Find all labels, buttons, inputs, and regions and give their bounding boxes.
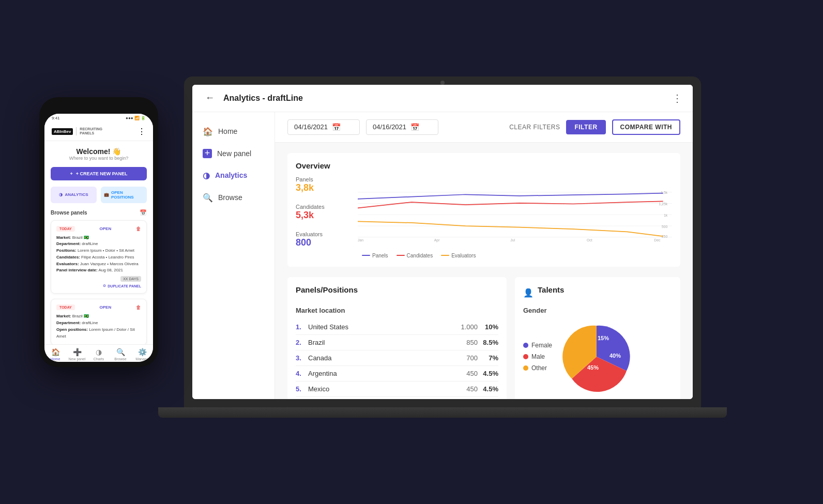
phone-welcome-title: Welcome! 👋 xyxy=(51,147,147,156)
stat-evaluators: Evaluators 800 xyxy=(296,231,358,248)
plus-nav-icon: ➕ xyxy=(73,348,82,356)
gender-content: Female Male Other xyxy=(523,320,672,393)
panel-info-1: Market: Brazil 🇧🇷 Department: draftLine … xyxy=(56,235,141,274)
chart-legend: Panels Candidates Evaluato xyxy=(358,253,672,258)
svg-text:Oct: Oct xyxy=(587,238,592,242)
nav-new-panel[interactable]: ➕ New panel xyxy=(66,348,88,361)
delete-icon-2[interactable]: 🗑 xyxy=(136,304,141,310)
phone-create-btn[interactable]: + + CREATE NEW PANEL xyxy=(51,167,147,180)
delete-icon[interactable]: 🗑 xyxy=(136,226,141,232)
analytics-sidebar-icon: ◑ xyxy=(203,171,210,180)
phone-positions-btn[interactable]: 💼 OPEN POSITIONS xyxy=(101,187,147,203)
phone-app-header: ABInBev RECRUITINGPANELS ⋮ xyxy=(44,123,153,141)
market-count-1: 1.000 xyxy=(452,323,478,331)
nav-charts[interactable]: ◑ Charts xyxy=(88,348,110,361)
market-num-3: 3. xyxy=(296,354,306,362)
panels-label: Panels xyxy=(296,176,358,182)
browse-icon: 🔍 xyxy=(116,348,125,356)
days-badge: XX DAYS xyxy=(120,276,141,282)
nav-home-label: Home xyxy=(51,357,60,361)
talents-section: 👤 Talents Gender Female xyxy=(515,277,680,399)
compare-with-button[interactable]: COMPARE WITH xyxy=(612,119,680,135)
legend-dot-evaluators xyxy=(441,255,449,256)
clear-filters-button[interactable]: CLEAR FILTERS xyxy=(509,124,560,131)
sidebar-item-browse[interactable]: 🔍 Browse xyxy=(192,187,275,209)
nav-manage[interactable]: ⚙️ Manage xyxy=(131,348,153,361)
sidebar-analytics-label: Analytics xyxy=(215,171,247,179)
legend-label-candidates: Candidates xyxy=(407,253,433,258)
panels-value: 3,8k xyxy=(296,182,358,193)
legend-candidates: Candidates xyxy=(397,253,433,258)
sidebar-item-new-panel[interactable]: + New panel xyxy=(192,143,275,164)
phone-status-bar: 9:41 ●●● 📶 🔋 xyxy=(44,114,153,123)
phone-logo: ABInBev RECRUITINGPANELS xyxy=(52,127,102,136)
filter-bar: 04/16/2021 📅 04/16/2021 📅 CLEAR FILTERS … xyxy=(275,112,693,143)
phone-welcome: Welcome! 👋 Where to you want to begin? xyxy=(51,147,147,161)
app-content: 🏠 Home + New panel ◑ Analytics 🔍 Browse xyxy=(192,112,693,399)
stats-column: Panels 3,8k Candidates 5,3k Evaluators xyxy=(296,176,358,258)
panel-card-2: TODAY OPEN 🗑 Market: Brazil 🇧🇷 Departmen… xyxy=(51,299,147,344)
other-dot xyxy=(523,365,528,371)
analytics-body: Overview Panels 3,8k Candidates xyxy=(275,143,693,399)
browse-sidebar-icon: 🔍 xyxy=(203,193,213,203)
phone-signal: ●●● 📶 🔋 xyxy=(126,116,146,120)
chart-container: 1,5k 1,25k 1k 500 250 xyxy=(358,176,672,258)
date-from-input[interactable]: 04/16/2021 📅 xyxy=(287,119,360,135)
filter-button[interactable]: FILTER xyxy=(566,120,605,134)
plus-icon: + xyxy=(70,171,72,176)
market-row-2: 2. Brazil 850 8.5% xyxy=(296,335,498,350)
browse-calendar-icon[interactable]: 📅 xyxy=(140,209,147,216)
svg-text:1,25k: 1,25k xyxy=(659,202,668,206)
overview-inner: Panels 3,8k Candidates 5,3k Evaluators xyxy=(296,176,672,258)
more-button[interactable]: ⋮ xyxy=(672,92,682,104)
legend-female: Female xyxy=(523,342,552,349)
phone-more-icon[interactable]: ⋮ xyxy=(138,127,146,136)
phone-action-row: ◑ ANALYTICS 💼 OPEN POSITIONS xyxy=(51,187,147,203)
market-count-5: 450 xyxy=(452,385,478,393)
nav-charts-label: Charts xyxy=(94,357,104,361)
date-to-input[interactable]: 04/16/2021 📅 xyxy=(366,119,438,135)
female-label: Female xyxy=(531,342,552,349)
stat-panels: Panels 3,8k xyxy=(296,176,358,193)
female-dot xyxy=(523,343,528,348)
date-from-value: 04/16/2021 xyxy=(294,123,328,131)
sidebar-item-analytics[interactable]: ◑ Analytics xyxy=(192,164,275,187)
market-label: Market location xyxy=(296,307,498,314)
market-count-4: 450 xyxy=(452,370,478,377)
market-pct-1: 10% xyxy=(478,323,498,331)
phone-welcome-sub: Where to you want to begin? xyxy=(51,156,147,161)
laptop-body: ← Analytics - draftLine ⋮ 🏠 Home + New p… xyxy=(184,77,701,407)
app-header: ← Analytics - draftLine ⋮ xyxy=(192,85,693,112)
today-badge-2: TODAY xyxy=(56,304,75,310)
talents-section-title: Talents xyxy=(538,285,564,294)
market-pct-4: 4.5% xyxy=(478,370,498,377)
market-pct-2: 8.5% xyxy=(478,339,498,346)
nav-new-panel-label: New panel xyxy=(68,357,85,361)
market-name-3: Canada xyxy=(308,354,452,362)
panels-positions-section: Panels/Positions Market location 1. Unit… xyxy=(287,277,507,399)
market-name-4: Argentina xyxy=(308,370,452,377)
market-list: 1. United States 1.000 10% 2. Brazil 850 xyxy=(296,319,498,397)
nav-browse-label: Browse xyxy=(114,357,126,361)
sidebar-item-home[interactable]: 🏠 Home xyxy=(192,120,275,143)
browse-label: Browse panels xyxy=(51,210,87,216)
phone-analytics-label: ANALYTICS xyxy=(65,192,88,197)
phone-analytics-btn[interactable]: ◑ ANALYTICS xyxy=(51,187,97,203)
nav-browse[interactable]: 🔍 Browse xyxy=(110,348,131,361)
legend-other: Other xyxy=(523,364,552,372)
nav-home[interactable]: 🏠 Home xyxy=(44,348,66,361)
calendar-from-icon: 📅 xyxy=(332,123,341,131)
panels-section-header: Panels/Positions xyxy=(296,285,498,300)
overview-title: Overview xyxy=(296,161,672,170)
phone-notch xyxy=(78,102,119,112)
laptop-camera xyxy=(440,81,445,85)
legend-label-evaluators: Evaluators xyxy=(451,253,476,258)
market-num-4: 4. xyxy=(296,370,306,377)
gender-label: Gender xyxy=(523,307,672,314)
svg-text:40%: 40% xyxy=(609,353,621,359)
open-badge: OPEN xyxy=(100,226,112,231)
legend-evaluators: Evaluators xyxy=(441,253,476,258)
duplicate-btn[interactable]: ⊙ DUPLICATE PANEL xyxy=(103,284,141,288)
market-num-5: 5. xyxy=(296,385,306,393)
back-button[interactable]: ← xyxy=(203,91,217,105)
